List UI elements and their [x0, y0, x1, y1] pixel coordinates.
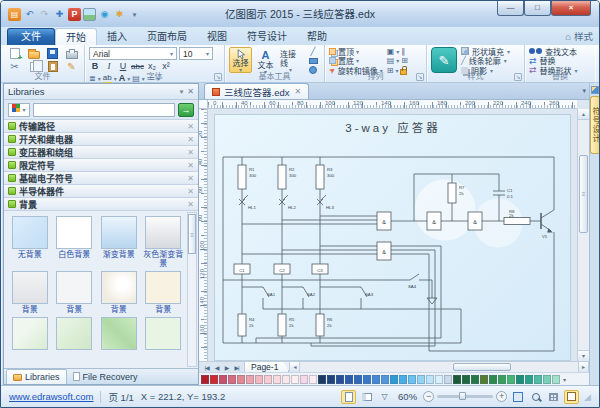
- grid-toggle-button[interactable]: [546, 390, 561, 404]
- undo-icon[interactable]: ↶: [23, 8, 36, 21]
- search-go-button[interactable]: →: [178, 103, 194, 117]
- open-button[interactable]: [24, 47, 43, 60]
- tab-file-recovery[interactable]: File Recovery: [67, 369, 144, 384]
- library-close-icon[interactable]: ✕: [187, 161, 194, 170]
- zoom-area-button[interactable]: [528, 390, 543, 404]
- palette-swatch-2[interactable]: [210, 375, 218, 384]
- palette-swatch-33[interactable]: [489, 375, 497, 384]
- shape-thumbnail-2[interactable]: 白色背景: [54, 216, 96, 268]
- menu-tab-6[interactable]: 帮助: [297, 28, 337, 45]
- palette-swatch-32[interactable]: [480, 375, 488, 384]
- palette-swatch-14[interactable]: [318, 375, 326, 384]
- library-group-2[interactable]: 开关和继电器✕: [4, 133, 198, 146]
- quick-style-button[interactable]: ✎: [431, 47, 457, 73]
- shape-thumbnail-4[interactable]: 灰色渐变背景: [143, 216, 185, 268]
- distribute-button[interactable]: ∥: [401, 47, 405, 56]
- panel-pin-icon[interactable]: ▾: [180, 88, 184, 96]
- scroll-up-icon[interactable]: ▴: [578, 109, 589, 120]
- shape-thumbnail-3[interactable]: 渐变背景: [98, 216, 140, 268]
- shape-thumbnail-6[interactable]: 背景: [54, 271, 96, 314]
- italic-button[interactable]: I: [103, 61, 115, 72]
- shape-thumbnail-11[interactable]: [98, 317, 140, 360]
- tab-libraries[interactable]: Libraries: [6, 369, 67, 384]
- font-name-select[interactable]: Arial▾: [89, 47, 177, 60]
- style-dialog-launcher[interactable]: ↘: [514, 73, 522, 81]
- normal-view-button[interactable]: [341, 390, 356, 404]
- palette-swatch-30[interactable]: [462, 375, 470, 384]
- shape-fill-button[interactable]: 形状填充▾: [461, 47, 510, 56]
- print-button[interactable]: [62, 47, 81, 60]
- minimize-button[interactable]: —: [497, 1, 524, 16]
- palette-swatch-28[interactable]: [444, 375, 452, 384]
- connector-tool-button[interactable]: 连接线 ▾: [279, 47, 302, 73]
- library-close-icon[interactable]: ✕: [187, 148, 194, 157]
- zoom-slider[interactable]: [437, 395, 493, 398]
- rectangle-shape-button[interactable]: [305, 56, 321, 65]
- line-outline-button[interactable]: ╱线条轮廓▾: [461, 57, 510, 66]
- select-tool-button[interactable]: 选择 ▾: [229, 47, 252, 73]
- scroll-right-icon[interactable]: ▸: [578, 362, 589, 372]
- horizontal-scrollbar-thumb[interactable]: [453, 363, 511, 371]
- shape-thumbnail-10[interactable]: [54, 317, 96, 360]
- picture-icon[interactable]: [83, 8, 96, 21]
- clipart-icon[interactable]: [591, 86, 599, 94]
- line-shape-button[interactable]: ╱: [305, 47, 321, 56]
- resize-grip-icon[interactable]: ◢: [584, 392, 591, 402]
- library-group-3[interactable]: 变压器和绕组✕: [4, 146, 198, 159]
- previous-page-button[interactable]: ◀: [212, 364, 221, 371]
- style-panel-toggle[interactable]: ⌂ 样式: [565, 29, 593, 45]
- pan-mode-button[interactable]: [564, 390, 579, 404]
- arrange-dialog-launcher[interactable]: ↘: [416, 73, 424, 81]
- menu-tab-1[interactable]: 开始: [55, 28, 97, 45]
- menu-tab-5[interactable]: 符号设计: [237, 28, 297, 45]
- theme-icon[interactable]: ✱: [113, 8, 126, 21]
- qat-dropdown-icon[interactable]: ▾: [128, 8, 141, 21]
- symbol-design-panel-tab[interactable]: 符号设计: [590, 96, 600, 154]
- scrollbar-thumb[interactable]: ≡: [188, 214, 196, 254]
- library-group-7[interactable]: 背景✕: [4, 198, 198, 211]
- menu-tab-2[interactable]: 插入: [97, 28, 137, 45]
- find-text-button[interactable]: 查找文本: [529, 47, 592, 56]
- vertical-scrollbar[interactable]: ▴ ≡ ▾: [577, 109, 589, 361]
- superscript-button[interactable]: x²: [160, 61, 172, 72]
- palette-swatch-11[interactable]: [291, 375, 299, 384]
- palette-swatch-27[interactable]: [435, 375, 443, 384]
- zoom-in-button[interactable]: +: [496, 391, 507, 402]
- vertical-ruler[interactable]: 20406080100120140160: [199, 109, 208, 361]
- underline-button[interactable]: U: [117, 61, 129, 72]
- zoom-out-button[interactable]: −: [423, 391, 434, 402]
- palette-swatch-3[interactable]: [219, 375, 227, 384]
- first-page-button[interactable]: |◀: [202, 364, 211, 371]
- palette-swatch-38[interactable]: [534, 375, 542, 384]
- reading-view-button[interactable]: [359, 390, 374, 404]
- library-close-icon[interactable]: ✕: [187, 187, 194, 196]
- app-icon[interactable]: ▤: [8, 8, 21, 21]
- scroll-left-icon[interactable]: ◂: [289, 362, 300, 372]
- shape-thumbnail-7[interactable]: 背景: [98, 271, 140, 314]
- document-tab[interactable]: 三线应答器.edx ✕: [204, 83, 309, 99]
- menu-tab-3[interactable]: 页面布局: [137, 28, 197, 45]
- font-dialog-launcher[interactable]: ↘: [214, 73, 222, 81]
- text-tool-button[interactable]: A 文本 ▾: [254, 47, 277, 73]
- bring-to-front-button[interactable]: 置顶▾: [329, 47, 383, 56]
- send-to-back-button[interactable]: 置底▾: [329, 57, 383, 66]
- maximize-button[interactable]: □: [524, 1, 551, 16]
- shape-thumbnail-1[interactable]: 无背景: [9, 216, 51, 268]
- edrawsoft-link[interactable]: www.edrawsoft.com: [9, 391, 93, 402]
- subscript-button[interactable]: x₂: [146, 61, 158, 72]
- library-close-icon[interactable]: ✕: [187, 200, 194, 209]
- document-close-icon[interactable]: ✕: [294, 87, 301, 96]
- shape-thumbnail-9[interactable]: [9, 317, 51, 360]
- palette-swatch-16[interactable]: [336, 375, 344, 384]
- library-picker-button[interactable]: ▾: [8, 103, 30, 117]
- palette-swatch-7[interactable]: [255, 375, 263, 384]
- palette-swatch-36[interactable]: [516, 375, 524, 384]
- shape-thumbnail-12[interactable]: [143, 317, 185, 360]
- tab-list-dropdown-icon[interactable]: ▾: [582, 87, 586, 95]
- palette-swatch-10[interactable]: [282, 375, 290, 384]
- align-shapes-button[interactable]: ▤: [387, 56, 395, 65]
- strikethrough-button[interactable]: abc: [131, 61, 144, 72]
- fit-page-button[interactable]: [510, 390, 525, 404]
- vertical-scrollbar-thumb[interactable]: ≡: [579, 155, 588, 233]
- palette-swatch-9[interactable]: [273, 375, 281, 384]
